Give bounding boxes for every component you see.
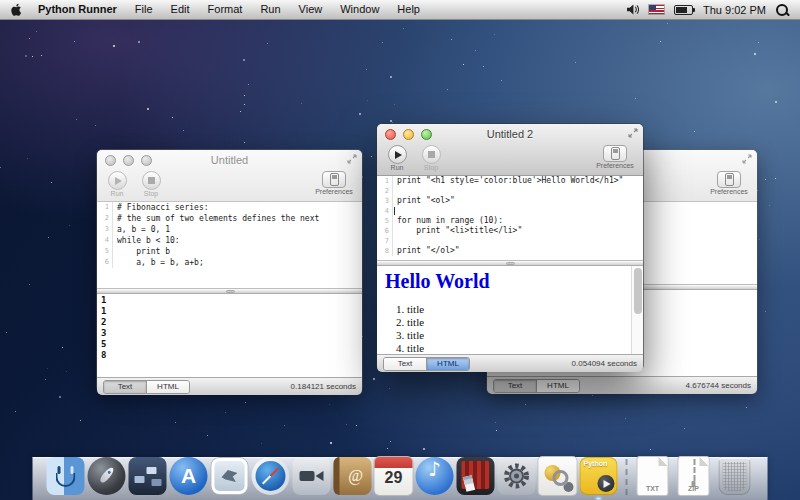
dock-item-launchpad[interactable] xyxy=(88,457,126,495)
preferences-icon xyxy=(330,173,339,186)
dock: 29 Python TXT ZIP xyxy=(33,445,768,500)
dock-item-address-book[interactable] xyxy=(334,457,372,495)
output-line: 3 xyxy=(97,328,362,339)
toolbar: Run Stop Preferences xyxy=(377,144,643,175)
preferences-icon xyxy=(611,147,620,160)
minimize-button[interactable] xyxy=(403,129,414,140)
preferences-button[interactable]: Preferences xyxy=(709,171,749,195)
stop-button[interactable]: Stop xyxy=(419,145,443,171)
run-button[interactable]: Run xyxy=(385,145,409,171)
dock-separator xyxy=(621,457,631,495)
dock-item-ical[interactable]: 29 xyxy=(375,457,413,495)
menu-bar: Python Runner File Edit Format Run View … xyxy=(0,0,800,20)
zoom-button[interactable] xyxy=(141,155,152,166)
code-line: 6 a, b = b, a+b; xyxy=(97,257,362,268)
dock-item-python-runner[interactable]: Python xyxy=(580,457,618,495)
html-mode-button[interactable]: HTML xyxy=(536,380,579,392)
run-time: 0.054094 seconds xyxy=(572,359,637,368)
menu-file[interactable]: File xyxy=(126,0,162,19)
dock-item-mission-control[interactable] xyxy=(129,457,167,495)
code-line: 5 print b xyxy=(97,246,362,257)
dock-item-system-preferences[interactable] xyxy=(498,457,536,495)
text-mode-button[interactable]: Text xyxy=(384,358,426,370)
output-mode-switcher: Text HTML xyxy=(383,357,470,371)
window-untitled-2[interactable]: Untitled 2 Run Stop Preferences 1prin xyxy=(377,124,643,370)
photo-booth-icon xyxy=(457,457,495,495)
dock-item-installer[interactable] xyxy=(539,457,577,495)
stop-icon xyxy=(148,177,155,184)
menu-run[interactable]: Run xyxy=(251,0,289,19)
fullscreen-icon[interactable] xyxy=(628,128,638,138)
run-time: 4.676744 seconds xyxy=(686,381,751,390)
volume-icon[interactable] xyxy=(626,4,639,15)
dock-item-txt-document[interactable]: TXT xyxy=(634,457,672,495)
input-language-flag-icon[interactable] xyxy=(649,5,664,14)
dock-item-trash[interactable] xyxy=(716,457,754,495)
code-editor[interactable]: 1print "<h1 style='color:blue'>Hello Wor… xyxy=(377,176,643,260)
scrollbar-thumb[interactable] xyxy=(634,268,642,314)
installer-icon xyxy=(539,457,577,495)
dock-item-app-store[interactable] xyxy=(170,457,208,495)
facetime-icon xyxy=(293,457,331,495)
menu-clock[interactable]: Thu 9:02 PM xyxy=(703,4,766,16)
menu-app-name[interactable]: Python Runner xyxy=(29,0,126,19)
output-pane[interactable]: 1 1 2 3 5 8 xyxy=(97,294,362,377)
calendar-icon: 29 xyxy=(375,457,413,495)
menu-view[interactable]: View xyxy=(290,0,332,19)
trash-icon xyxy=(719,457,751,495)
titlebar[interactable]: Untitled 2 xyxy=(377,124,643,144)
fullscreen-icon[interactable] xyxy=(347,154,357,164)
spotlight-icon[interactable] xyxy=(776,4,788,16)
scrollbar[interactable] xyxy=(631,266,643,354)
window-untitled[interactable]: Untitled Run Stop Preferences 1# Fibo xyxy=(97,150,362,392)
system-preferences-icon xyxy=(498,457,536,495)
python-runner-icon: Python xyxy=(580,457,618,495)
dock-item-itunes[interactable] xyxy=(416,457,454,495)
preferences-button[interactable]: Preferences xyxy=(314,171,354,195)
code-editor[interactable]: 1# Fibonacci series: 2# the sum of two e… xyxy=(97,202,362,288)
menu-help[interactable]: Help xyxy=(388,0,429,19)
stop-button[interactable]: Stop xyxy=(139,171,163,197)
html-output-pane[interactable]: Hello World title title title title titl… xyxy=(377,266,643,354)
window-footer: Text HTML 4.676744 seconds xyxy=(487,376,757,394)
dock-item-zip-archive[interactable]: ZIP xyxy=(675,457,713,495)
menu-edit[interactable]: Edit xyxy=(162,0,199,19)
safari-icon xyxy=(252,457,290,495)
menu-window[interactable]: Window xyxy=(331,0,388,19)
html-mode-button[interactable]: HTML xyxy=(146,381,189,393)
dock-item-mail[interactable] xyxy=(211,457,249,495)
output-line: 8 xyxy=(97,350,362,361)
output-line: 1 xyxy=(97,295,362,306)
titlebar[interactable]: Untitled xyxy=(97,150,362,170)
apple-icon xyxy=(10,2,23,17)
output-line: 5 xyxy=(97,339,362,350)
code-line: 4 xyxy=(377,206,643,216)
html-mode-button[interactable]: HTML xyxy=(426,358,469,370)
zip-archive-icon: ZIP xyxy=(679,457,709,495)
close-button[interactable] xyxy=(105,155,116,166)
preferences-button[interactable]: Preferences xyxy=(595,145,635,169)
mission-control-icon xyxy=(129,457,167,495)
traffic-lights xyxy=(385,129,432,140)
close-button[interactable] xyxy=(385,129,396,140)
code-line: 6 print "<li>title</li>" xyxy=(377,226,643,236)
dock-item-facetime[interactable] xyxy=(293,457,331,495)
window-footer: Text HTML 0.054094 seconds xyxy=(377,354,643,372)
fullscreen-icon[interactable] xyxy=(742,154,752,164)
minimize-button[interactable] xyxy=(123,155,134,166)
dock-item-photo-booth[interactable] xyxy=(457,457,495,495)
run-button[interactable]: Run xyxy=(105,171,129,197)
text-mode-button[interactable]: Text xyxy=(104,381,146,393)
menu-format[interactable]: Format xyxy=(199,0,252,19)
zoom-button[interactable] xyxy=(421,129,432,140)
dock-item-safari[interactable] xyxy=(252,457,290,495)
output-mode-switcher: Text HTML xyxy=(103,380,190,394)
preferences-icon xyxy=(725,173,734,186)
text-mode-button[interactable]: Text xyxy=(494,380,536,392)
txt-document-icon: TXT xyxy=(638,457,668,495)
run-time: 0.184121 seconds xyxy=(291,382,356,391)
apple-menu[interactable] xyxy=(0,2,29,17)
battery-icon[interactable] xyxy=(674,5,693,15)
dock-item-finder[interactable] xyxy=(47,457,85,495)
play-icon xyxy=(115,177,122,185)
